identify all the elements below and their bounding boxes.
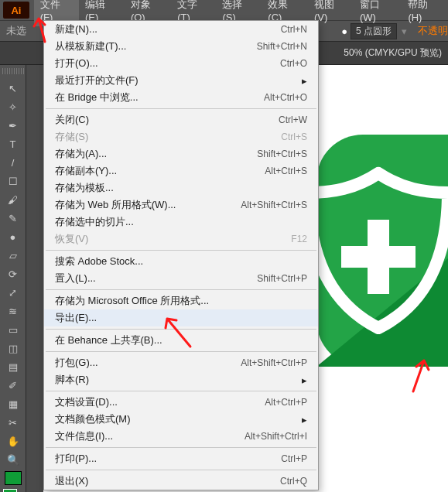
menu-item-23[interactable]: 打包(G)...Alt+Shift+Ctrl+P	[44, 354, 318, 371]
menu-item-2[interactable]: 打开(O)...Ctrl+O	[44, 55, 318, 72]
menu-item-3[interactable]: 最近打开的文件(F)▸	[44, 72, 318, 89]
svg-rect-3	[341, 246, 416, 268]
menu-item-26[interactable]: 文档设置(D)...Alt+Ctrl+P	[44, 394, 318, 411]
pencil-tool[interactable]: ✎	[3, 209, 23, 227]
swatch-pair-tool[interactable]	[3, 487, 23, 492]
pen-tool[interactable]: ✒	[3, 116, 23, 135]
rectangle-tool[interactable]: ☐	[3, 172, 23, 190]
menu-item-16[interactable]: 置入(L)...Shift+Ctrl+P	[44, 270, 318, 287]
menubar: Ai 文件(F)编辑(E)对象(O)文字(T)选择(S)效果(C)视图(V)窗口…	[0, 0, 448, 20]
blob-brush-tool[interactable]: ●	[3, 227, 23, 246]
menu-item-label: 打开(O)...	[55, 56, 280, 70]
menu-item-8[interactable]: 存储为(A)...Shift+Ctrl+S	[44, 145, 318, 162]
menu-separator	[46, 289, 316, 290]
menu-item-shortcut: Shift+Ctrl+N	[257, 41, 307, 52]
menu-item-32[interactable]: 退出(X)Ctrl+Q	[44, 473, 318, 490]
type-tool[interactable]: T	[3, 135, 23, 153]
menu-item-shortcut: Ctrl+W	[279, 114, 307, 125]
menu-item-9[interactable]: 存储副本(Y)...Alt+Ctrl+S	[44, 162, 318, 179]
crop-tool[interactable]: ✂	[3, 413, 23, 432]
menu-item-shortcut: Shift+Ctrl+P	[257, 273, 307, 284]
menu-item-label: 打印(P)...	[55, 452, 281, 466]
menu-item-label: 存储为(A)...	[55, 147, 257, 161]
menu-separator	[46, 470, 316, 470]
fill-green-tool[interactable]	[3, 469, 23, 487]
menu-item-shortcut: Ctrl+P	[281, 453, 307, 464]
menu-item-label: 在 Bridge 中浏览...	[55, 91, 264, 104]
eyedropper-tool[interactable]: ✐	[3, 376, 23, 395]
menu-item-shortcut: Shift+Ctrl+S	[257, 149, 307, 159]
menu-item-18[interactable]: 存储为 Microsoft Office 所用格式...	[44, 292, 318, 309]
panel-grip[interactable]	[2, 68, 24, 74]
free-transform-tool[interactable]: ▭	[3, 320, 23, 339]
menu-item-27[interactable]: 文档颜色模式(M)▸	[44, 411, 318, 428]
menu-item-shortcut: Alt+Shift+Ctrl+P	[241, 357, 307, 368]
rotate-tool[interactable]: ⟳	[3, 265, 23, 283]
menu-item-shortcut: Alt+Shift+Ctrl+I	[245, 431, 307, 442]
menu-item-label: 退出(X)	[55, 474, 280, 488]
width-tool[interactable]: ≋	[3, 302, 23, 320]
menu-item-shortcut: Ctrl+Q	[280, 476, 307, 487]
menu-item-label: 存储(S)	[55, 130, 281, 144]
chevron-down-icon[interactable]: ▾	[402, 26, 407, 37]
menu-item-shortcut: F12	[291, 234, 307, 244]
menu-item-label: 搜索 Adobe Stock...	[55, 255, 307, 268]
menu-item-label: 置入(L)...	[55, 272, 257, 285]
paintbrush-tool[interactable]: 🖌	[3, 190, 23, 209]
submenu-arrow-icon: ▸	[302, 75, 307, 87]
line-tool[interactable]: /	[3, 153, 23, 172]
menu-item-6[interactable]: 关闭(C)Ctrl+W	[44, 111, 318, 128]
menu-item-30[interactable]: 打印(P)...Ctrl+P	[44, 450, 318, 467]
file-menu-dropdown: 新建(N)...Ctrl+N从模板新建(T)...Shift+Ctrl+N打开(…	[43, 20, 319, 490]
menu-item-7: 存储(S)Ctrl+S	[44, 128, 318, 145]
menu-item-label: 导出(E)...	[55, 311, 307, 325]
menu-item-12[interactable]: 存储选中的切片...	[44, 214, 318, 231]
menu-item-28[interactable]: 文件信息(I)...Alt+Shift+Ctrl+I	[44, 428, 318, 445]
menu-item-label: 打包(G)...	[55, 356, 241, 370]
menu-item-shortcut: Ctrl+S	[281, 132, 307, 142]
tools-panel: ↖✧✒T/☐🖌✎●▱⟳⤢≋▭◫▤✐▦✂✋🔍▪▪▪	[0, 65, 26, 492]
menu-帮助[interactable]: 帮助(H)	[402, 0, 448, 26]
menu-item-label: 存储选中的切片...	[55, 215, 307, 229]
hand-tool[interactable]: ✋	[3, 432, 23, 450]
menu-item-15[interactable]: 搜索 Adobe Stock...	[44, 253, 318, 270]
menu-item-label: 文档颜色模式(M)	[55, 412, 296, 426]
menu-item-label: 存储为 Web 所用格式(W)...	[55, 198, 241, 212]
selection-tool[interactable]: ↖	[3, 79, 23, 97]
menu-item-shortcut: Ctrl+O	[280, 58, 307, 69]
menu-item-13: 恢复(V)F12	[44, 231, 318, 248]
zoom-tool[interactable]: 🔍	[3, 450, 23, 469]
opacity-label[interactable]: 不透明	[412, 24, 448, 38]
bullet-icon: ●	[341, 26, 347, 37]
menu-item-10[interactable]: 存储为模板...	[44, 179, 318, 196]
menu-item-shortcut: Alt+Ctrl+O	[264, 92, 307, 103]
menu-item-shortcut: Alt+Ctrl+S	[265, 166, 307, 176]
menu-item-19[interactable]: 导出(E)...	[44, 309, 318, 326]
menu-item-label: 存储副本(Y)...	[55, 164, 265, 178]
submenu-arrow-icon: ▸	[302, 414, 307, 425]
document-status: 50% (CMYK/GPU 预览)	[344, 46, 442, 60]
menu-separator	[46, 108, 316, 109]
menu-item-4[interactable]: 在 Bridge 中浏览...Alt+Ctrl+O	[44, 89, 318, 106]
menu-item-label: 新建(N)...	[55, 22, 281, 36]
menu-item-21[interactable]: 在 Behance 上共享(B)...	[44, 332, 318, 349]
menu-item-24[interactable]: 脚本(R)▸	[44, 371, 318, 388]
menu-item-label: 文档设置(D)...	[55, 395, 265, 409]
options-left-label: 未选	[0, 24, 32, 38]
menu-item-label: 在 Behance 上共享(B)...	[55, 333, 307, 347]
magic-wand-tool[interactable]: ✧	[3, 97, 23, 116]
stroke-profile-field[interactable]: 5 点圆形	[351, 23, 397, 39]
menu-窗口[interactable]: 窗口(W)	[354, 0, 402, 26]
scale-tool[interactable]: ⤢	[3, 283, 23, 302]
menu-separator	[46, 329, 316, 330]
menu-item-11[interactable]: 存储为 Web 所用格式(W)...Alt+Shift+Ctrl+S	[44, 196, 318, 214]
menu-item-label: 文件信息(I)...	[55, 429, 245, 443]
shape-builder-tool[interactable]: ◫	[3, 339, 23, 357]
menu-item-1[interactable]: 从模板新建(T)...Shift+Ctrl+N	[44, 38, 318, 55]
gradient-tool[interactable]: ▤	[3, 357, 23, 376]
artboard-tool[interactable]: ▦	[3, 395, 23, 413]
menu-item-label: 从模板新建(T)...	[55, 39, 257, 53]
menu-item-0[interactable]: 新建(N)...Ctrl+N	[44, 21, 318, 38]
eraser-tool[interactable]: ▱	[3, 246, 23, 265]
menu-separator	[46, 391, 316, 391]
